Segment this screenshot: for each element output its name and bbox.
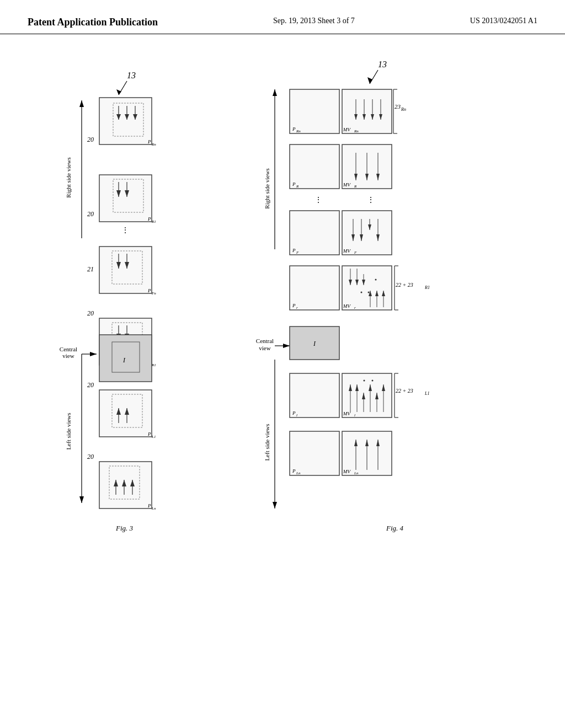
header-patent-number: US 2013/0242051 A1 xyxy=(470,17,537,25)
fig4-P-l-label: P xyxy=(292,410,296,416)
fig4-P-Ln-sub: Ln xyxy=(296,471,301,475)
fig3-label-R1-sub: R1 xyxy=(151,220,156,224)
svg-marker-1 xyxy=(116,89,121,95)
fig3-label-Fn: P xyxy=(147,288,151,293)
fig4-ref-13: 13 xyxy=(378,60,387,69)
fig4-central-label2: view xyxy=(259,345,270,351)
fig4-P-R-sub: R xyxy=(296,184,299,189)
fig4-dots1: ⋮ xyxy=(315,196,322,204)
svg-marker-3 xyxy=(79,100,84,107)
fig4-label: Fig. 4 xyxy=(386,524,404,532)
fig4-MV-l-label: MV xyxy=(343,411,351,416)
fig3-label-PL: P xyxy=(147,431,151,437)
fig4-23Rn-sub: Rn xyxy=(401,107,406,112)
svg-point-107 xyxy=(372,380,374,382)
fig3-label: Fig. 3 xyxy=(115,524,134,532)
svg-point-89 xyxy=(368,292,370,293)
svg-marker-48 xyxy=(283,344,290,348)
fig3-label-Fn-sub: Fn xyxy=(151,291,156,296)
fig4-MV-Ln-sub: Ln xyxy=(354,471,359,475)
fig4-P-l xyxy=(290,373,339,417)
fig4-22-23R1: 22 + 23 xyxy=(396,282,413,288)
fig4-P-F-sub: F xyxy=(296,250,299,255)
fig4-MV-r-label: MV xyxy=(343,303,351,309)
fig3-thumb-Rn xyxy=(99,98,152,144)
fig4-P-F-label: P xyxy=(292,248,296,253)
fig4-P-Rn-sub: Rn xyxy=(296,129,301,133)
fig3-label-PLn-sub: Ln xyxy=(151,506,156,511)
fig4-MV-F-label: MV xyxy=(343,248,351,254)
svg-point-106 xyxy=(364,380,365,382)
fig4-P-Rn-label: P xyxy=(292,126,296,132)
fig4-MV-r-sub: r xyxy=(354,306,356,310)
svg-marker-50 xyxy=(273,502,277,508)
fig4-MV-F-sub: F xyxy=(354,250,357,255)
fig4-P-R xyxy=(290,144,339,189)
fig4-MV-Ln-label: MV xyxy=(343,469,351,474)
fig4-P-r-label: P xyxy=(292,303,296,308)
fig3-label-PLn: P xyxy=(147,503,151,508)
fig4-22-23R1-sub: R1 xyxy=(424,285,430,290)
fig4-central-label1: Central xyxy=(256,338,274,344)
fig4-P-r xyxy=(290,266,339,310)
header-title: Patent Application Publication xyxy=(28,17,158,28)
fig3-ref-13: 13 xyxy=(127,71,136,80)
header-date-sheet: Sep. 19, 2013 Sheet 3 of 7 xyxy=(273,17,355,25)
fig3-num20-5: 20 xyxy=(87,453,94,461)
fig3-dots1: ⋮ xyxy=(121,226,129,234)
fig3-num21: 21 xyxy=(87,265,94,273)
fig3-label-PL-sub: L1 xyxy=(151,435,156,439)
fig4-dots2: ⋮ xyxy=(367,196,375,204)
svg-marker-7 xyxy=(90,352,97,356)
fig4-P-Ln xyxy=(290,431,339,475)
fig4-MV-Rn-label: MV xyxy=(343,127,351,132)
fig3-left-side-label: Left side views xyxy=(65,413,72,449)
fig3-thumb-Fn xyxy=(99,247,152,293)
page-header: Patent Application Publication Sep. 19, … xyxy=(0,0,565,34)
fig3-central-label: Central xyxy=(60,346,77,352)
fig3-label-Rn: P xyxy=(147,139,151,144)
svg-marker-44 xyxy=(367,77,372,84)
fig4-P-r-sub: r xyxy=(296,306,298,310)
svg-point-88 xyxy=(361,292,363,293)
fig4-MV-l-sub: l xyxy=(354,413,355,417)
fig4-P-Ln-label: P xyxy=(292,468,296,474)
fig3-label-R1: P xyxy=(147,216,151,222)
svg-point-90 xyxy=(375,279,377,281)
fig4-22-23L1-sub: L1 xyxy=(424,391,429,396)
fig4-P-l-sub: l xyxy=(296,413,297,417)
fig3-right-side-label: Right side views xyxy=(65,157,72,197)
fig4-left-side-label: Left side views xyxy=(264,424,270,461)
fig3-num20-2: 20 xyxy=(87,210,94,218)
svg-marker-46 xyxy=(273,89,277,96)
svg-marker-5 xyxy=(79,496,84,503)
patent-diagram: 13 Right side views 20 20 20 20 20 21 Ce… xyxy=(11,34,541,696)
fig3-thumb-R1 xyxy=(99,175,152,222)
fig3-num20-4: 20 xyxy=(87,381,94,389)
main-content: 13 Right side views 20 20 20 20 20 21 Ce… xyxy=(0,34,565,696)
fig4-P-Rn xyxy=(290,89,339,133)
fig4-23Rn-label: 23 xyxy=(395,103,401,110)
fig4-P-R-label: P xyxy=(292,181,296,187)
fig4-22-23L1: 22 + 23 xyxy=(396,388,413,394)
fig4-right-side-label: Right side views xyxy=(264,168,270,208)
fig4-MV-R-label: MV xyxy=(343,182,351,188)
fig3-num20-3: 20 xyxy=(87,309,94,317)
fig3-central-label2: view xyxy=(62,352,74,359)
fig4-MV-R-sub: R xyxy=(354,184,357,189)
fig3-label-Rn-sub: Rn xyxy=(151,142,156,147)
fig4-P-F xyxy=(290,211,339,255)
fig4-MV-Rn-sub: Rn xyxy=(354,129,359,133)
fig3-num20-1: 20 xyxy=(87,136,94,143)
